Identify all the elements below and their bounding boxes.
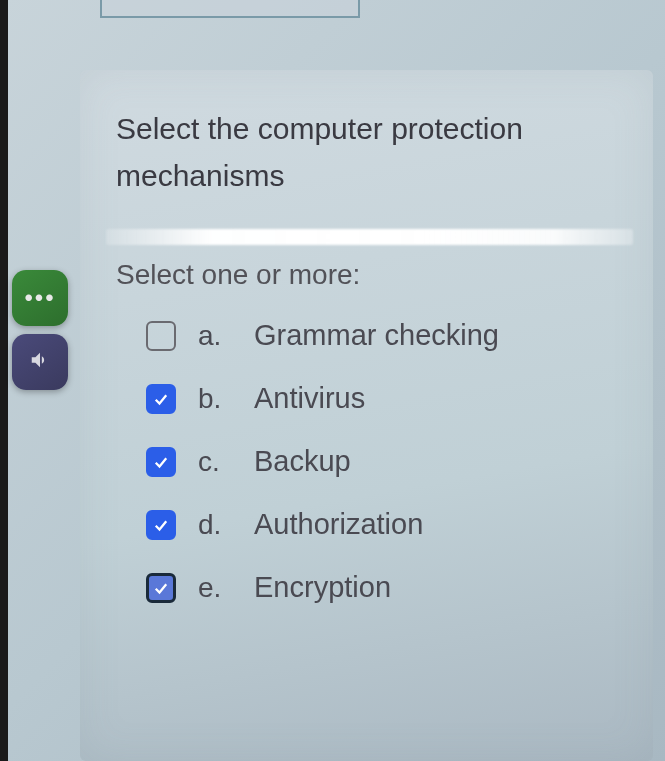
option-b[interactable]: b. Antivirus (146, 382, 623, 415)
menu-button[interactable]: ••• (12, 270, 68, 326)
checkbox-b[interactable] (146, 384, 176, 414)
options-list: a. Grammar checking b. Antivirus c. Back… (116, 319, 623, 604)
option-label: Backup (254, 445, 351, 478)
option-label: Authorization (254, 508, 423, 541)
screen-edge (0, 0, 8, 761)
checkbox-e[interactable] (146, 573, 176, 603)
option-a[interactable]: a. Grammar checking (146, 319, 623, 352)
screen-glare (106, 229, 633, 245)
option-letter: d. (198, 509, 232, 541)
option-letter: a. (198, 320, 232, 352)
checkbox-d[interactable] (146, 510, 176, 540)
question-card: Select the computer protection mechanism… (80, 70, 653, 761)
option-letter: e. (198, 572, 232, 604)
option-label: Encryption (254, 571, 391, 604)
checkbox-a[interactable] (146, 321, 176, 351)
dots-icon: ••• (24, 286, 55, 310)
option-label: Antivirus (254, 382, 365, 415)
question-text: Select the computer protection mechanism… (116, 106, 623, 199)
option-letter: c. (198, 446, 232, 478)
floating-controls: ••• (12, 270, 68, 390)
top-input-fragment (100, 0, 360, 18)
option-e[interactable]: e. Encryption (146, 571, 623, 604)
option-letter: b. (198, 383, 232, 415)
checkbox-c[interactable] (146, 447, 176, 477)
instruction-text: Select one or more: (116, 259, 623, 291)
speaker-icon (29, 349, 51, 375)
option-label: Grammar checking (254, 319, 499, 352)
speaker-button[interactable] (12, 334, 68, 390)
option-c[interactable]: c. Backup (146, 445, 623, 478)
option-d[interactable]: d. Authorization (146, 508, 623, 541)
